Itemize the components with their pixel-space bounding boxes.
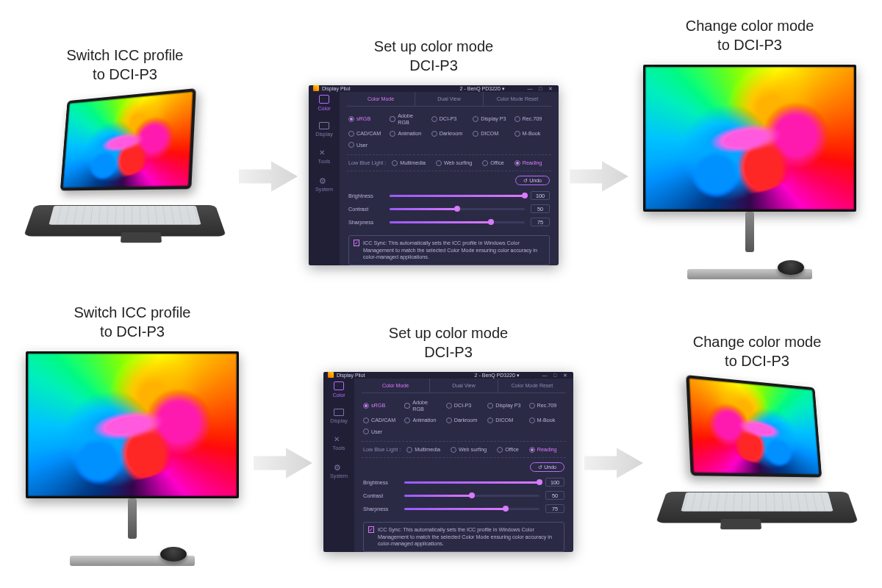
minimize-button[interactable]: — bbox=[541, 372, 548, 379]
tab-color mode reset[interactable]: Color Mode Reset bbox=[484, 92, 551, 106]
lbl-option[interactable]: Reading bbox=[529, 446, 557, 453]
sidebar-item-tools[interactable]: Tools bbox=[318, 148, 331, 165]
color-mode-option[interactable]: Animation bbox=[390, 130, 425, 137]
tab-color mode[interactable]: Color Mode bbox=[362, 379, 430, 392]
close-button[interactable]: ✕ bbox=[562, 372, 569, 379]
lbl-option[interactable]: Office bbox=[482, 159, 504, 166]
color-mode-option[interactable]: sRGB bbox=[363, 399, 398, 413]
workflow-step: Change color mode to DCI-P3 bbox=[654, 332, 860, 542]
display-pilot-window: Display Pilot 2 - BenQ PD3220 ▾ — □ ✕ Co… bbox=[309, 85, 559, 265]
sidebar-item-tools[interactable]: Tools bbox=[333, 434, 345, 451]
lbl-option[interactable]: Office bbox=[497, 446, 519, 453]
color-mode-grid: sRGB Adobe RGB DCI-P3 Display P3 Rec.709… bbox=[362, 393, 566, 442]
lbl-option[interactable]: Web surfing bbox=[436, 159, 472, 166]
lbl-header: Low Blue Light : bbox=[348, 159, 386, 166]
undo-button[interactable]: ↺ Undo bbox=[515, 176, 550, 185]
slider-track[interactable] bbox=[404, 495, 539, 497]
radio-icon bbox=[348, 131, 354, 137]
lbl-option[interactable]: Web surfing bbox=[451, 446, 487, 453]
color-mode-option[interactable]: Rec.709 bbox=[529, 399, 564, 413]
color-mode-option[interactable]: CAD/CAM bbox=[363, 417, 398, 423]
tab-color mode[interactable]: Color Mode bbox=[347, 92, 415, 106]
radio-icon bbox=[514, 131, 520, 137]
connected-display-dropdown[interactable]: 2 - BenQ PD3220 ▾ bbox=[475, 372, 520, 379]
color-mode-label: Animation bbox=[412, 417, 436, 423]
slider-track[interactable] bbox=[390, 208, 525, 210]
slider-track[interactable] bbox=[390, 195, 525, 197]
connected-display-dropdown[interactable]: 2 - BenQ PD3220 ▾ bbox=[460, 85, 505, 92]
slider-track[interactable] bbox=[404, 481, 539, 484]
color-mode-option[interactable]: Rec.709 bbox=[514, 112, 550, 126]
tab-dual view[interactable]: Dual View bbox=[415, 92, 484, 106]
sidebar-item-display[interactable]: Display bbox=[330, 409, 348, 424]
color-mode-label: DCI-P3 bbox=[454, 402, 472, 409]
low-blue-light-row: Low Blue Light : Multimedia Web surfing … bbox=[362, 442, 566, 458]
radio-icon bbox=[473, 131, 478, 137]
close-button[interactable]: ✕ bbox=[547, 85, 554, 92]
color-mode-label: Darkroom bbox=[440, 130, 463, 137]
color-mode-option[interactable]: DCI-P3 bbox=[446, 399, 481, 413]
color-mode-label: DICOM bbox=[481, 130, 498, 137]
color-mode-label: User bbox=[356, 142, 368, 148]
slider-value: 75 bbox=[545, 504, 564, 513]
icc-sync-text: ICC Sync: This automatically sets the IC… bbox=[363, 240, 545, 260]
sidebar-item-label: Color bbox=[332, 392, 345, 398]
radio-icon bbox=[436, 160, 442, 166]
color-mode-option[interactable]: DICOM bbox=[487, 417, 523, 423]
color-mode-option[interactable]: M-Book bbox=[514, 130, 550, 137]
sidebar-item-color[interactable]: Color bbox=[318, 95, 330, 112]
sidebar-item-color[interactable]: Color bbox=[332, 381, 345, 398]
color-mode-label: Adobe RGB bbox=[412, 399, 440, 413]
maximize-button[interactable]: □ bbox=[537, 85, 544, 92]
color-mode-option[interactable]: User bbox=[363, 429, 398, 435]
sidebar-item-system[interactable]: System bbox=[330, 462, 348, 479]
color-mode-option[interactable]: CAD/CAM bbox=[348, 130, 384, 137]
step-caption: Switch ICC profile to DCI-P3 bbox=[67, 46, 184, 84]
color-mode-option[interactable]: DCI-P3 bbox=[431, 112, 467, 126]
sidebar-item-system[interactable]: System bbox=[315, 176, 333, 193]
color-mode-option[interactable]: Adobe RGB bbox=[390, 112, 425, 126]
color-mode-option[interactable]: Darkroom bbox=[446, 417, 481, 423]
arrow-right-icon bbox=[239, 158, 298, 195]
step-caption: Set up color mode DCI-P3 bbox=[374, 37, 493, 75]
svg-marker-0 bbox=[239, 161, 298, 192]
app-icon bbox=[328, 372, 334, 378]
display-icon bbox=[319, 122, 329, 129]
color-mode-option[interactable]: Display P3 bbox=[487, 399, 523, 413]
color-mode-label: sRGB bbox=[356, 115, 370, 122]
sidebar-item-label: Display bbox=[330, 417, 348, 424]
minimize-button[interactable]: — bbox=[526, 85, 534, 92]
color-mode-option[interactable]: User bbox=[348, 142, 384, 148]
tab-dual view[interactable]: Dual View bbox=[430, 379, 498, 392]
icc-sync-box: ✓ ICC Sync: This automatically sets the … bbox=[348, 235, 550, 265]
slider-track[interactable] bbox=[390, 221, 525, 223]
radio-icon bbox=[446, 403, 452, 409]
undo-button[interactable]: ↺ Undo bbox=[530, 462, 564, 472]
lbl-option[interactable]: Multimedia bbox=[406, 446, 440, 453]
color-mode-option[interactable]: Darkroom bbox=[431, 130, 467, 137]
color-mode-option[interactable]: DICOM bbox=[473, 130, 508, 137]
color-mode-option[interactable]: Display P3 bbox=[473, 112, 508, 126]
arrow bbox=[239, 158, 298, 195]
color-mode-option[interactable]: Animation bbox=[404, 417, 440, 423]
tab-color mode reset[interactable]: Color Mode Reset bbox=[498, 379, 566, 392]
radio-icon bbox=[431, 131, 437, 137]
laptop-illustration bbox=[654, 381, 860, 542]
radio-icon bbox=[348, 142, 354, 148]
icc-sync-checkbox[interactable]: ✓ bbox=[354, 240, 359, 246]
color-mode-option[interactable]: M-Book bbox=[529, 417, 564, 423]
lbl-option[interactable]: Reading bbox=[514, 159, 542, 166]
color-mode-option[interactable]: sRGB bbox=[348, 112, 384, 126]
slider-label: Brightness bbox=[348, 193, 384, 199]
color-mode-option[interactable]: Adobe RGB bbox=[404, 399, 440, 413]
icc-sync-checkbox[interactable]: ✓ bbox=[368, 526, 374, 533]
sidebar-item-label: System bbox=[315, 186, 333, 193]
maximize-button[interactable]: □ bbox=[551, 372, 559, 379]
radio-icon bbox=[404, 417, 410, 423]
lbl-option[interactable]: Multimedia bbox=[392, 159, 426, 166]
slider-track[interactable] bbox=[404, 508, 539, 510]
lbl-label: Multimedia bbox=[400, 159, 426, 166]
sidebar-item-display[interactable]: Display bbox=[315, 122, 333, 137]
laptop-illustration bbox=[22, 94, 228, 256]
svg-marker-2 bbox=[254, 448, 312, 478]
